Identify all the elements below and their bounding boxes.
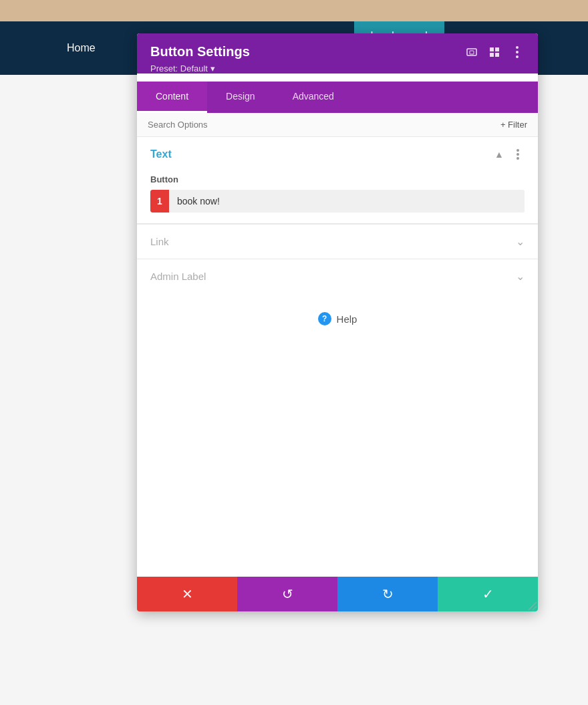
link-chevron-icon: ⌄ bbox=[516, 235, 525, 248]
panel-tabs: Content Design Advanced bbox=[137, 82, 538, 113]
link-section-header[interactable]: Link ⌄ bbox=[137, 225, 538, 259]
link-section: Link ⌄ bbox=[137, 224, 538, 259]
panel-preset[interactable]: Preset: Default ▾ bbox=[150, 63, 525, 74]
redo-button[interactable]: ↻ bbox=[337, 577, 438, 611]
search-input[interactable] bbox=[148, 120, 500, 130]
field-number-badge: 1 bbox=[150, 190, 169, 213]
action-bar: ✕ ↺ ↻ ✓ bbox=[137, 577, 538, 611]
text-section-title: Text bbox=[150, 148, 172, 160]
panel-title: Button Settings bbox=[150, 44, 250, 59]
text-section-icons: ▲ bbox=[492, 148, 525, 161]
collapse-icon[interactable]: ▲ bbox=[492, 148, 506, 161]
svg-point-6 bbox=[516, 46, 519, 49]
settings-panel: Button Settings bbox=[137, 33, 538, 611]
svg-point-7 bbox=[516, 51, 519, 53]
text-section: Text ▲ Button 1 bbox=[137, 137, 538, 224]
panel-title-row: Button Settings bbox=[150, 44, 525, 59]
more-icon[interactable] bbox=[510, 45, 525, 59]
text-section-more-icon[interactable] bbox=[511, 148, 525, 161]
text-section-header: Text ▲ bbox=[137, 137, 538, 172]
tab-design[interactable]: Design bbox=[207, 82, 274, 113]
admin-label-header[interactable]: Admin Label ⌄ bbox=[137, 259, 538, 293]
filter-button[interactable]: + Filter bbox=[500, 120, 527, 130]
admin-label-chevron-icon: ⌄ bbox=[516, 270, 525, 283]
help-section: ? Help bbox=[137, 293, 538, 344]
help-label[interactable]: Help bbox=[337, 313, 357, 325]
svg-point-8 bbox=[516, 55, 519, 58]
responsive-icon[interactable] bbox=[464, 45, 479, 59]
svg-rect-2 bbox=[490, 47, 494, 51]
undo-button[interactable]: ↺ bbox=[237, 577, 337, 611]
nav-home-link[interactable]: Home bbox=[67, 42, 96, 54]
grid-icon[interactable] bbox=[487, 45, 502, 59]
spacer bbox=[137, 344, 538, 611]
top-bar bbox=[0, 0, 588, 21]
svg-point-10 bbox=[517, 153, 519, 156]
link-section-title: Link bbox=[150, 236, 169, 247]
help-icon[interactable]: ? bbox=[318, 312, 331, 325]
tab-content[interactable]: Content bbox=[137, 82, 207, 113]
svg-rect-1 bbox=[470, 51, 474, 54]
svg-rect-5 bbox=[495, 53, 499, 57]
panel-title-icons bbox=[464, 45, 525, 59]
button-field-group: Button 1 bbox=[137, 172, 538, 223]
svg-rect-3 bbox=[495, 47, 499, 51]
tab-advanced[interactable]: Advanced bbox=[274, 82, 353, 113]
panel-header: Button Settings bbox=[137, 33, 538, 74]
button-text-input[interactable] bbox=[169, 190, 525, 212]
svg-point-11 bbox=[517, 157, 519, 160]
resize-handle[interactable] bbox=[527, 601, 538, 611]
svg-rect-4 bbox=[490, 53, 494, 57]
cancel-button[interactable]: ✕ bbox=[137, 577, 237, 611]
panel-body: Text ▲ Button 1 bbox=[137, 137, 538, 611]
admin-label-title: Admin Label bbox=[150, 271, 206, 282]
button-field-label: Button bbox=[150, 174, 525, 184]
search-bar: + Filter bbox=[137, 113, 538, 137]
save-button[interactable]: ✓ bbox=[438, 577, 538, 611]
svg-point-9 bbox=[517, 149, 519, 152]
button-field-input-row: 1 bbox=[150, 190, 525, 213]
admin-label-section: Admin Label ⌄ bbox=[137, 259, 538, 293]
